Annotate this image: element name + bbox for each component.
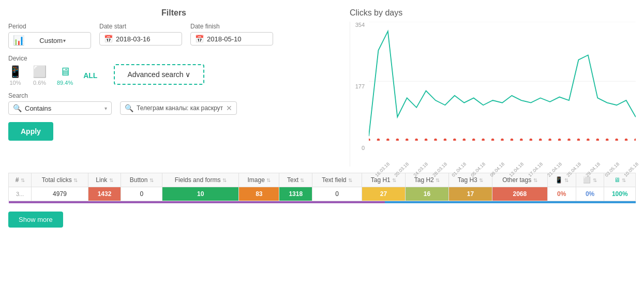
svg-point-11 — [444, 139, 447, 141]
calendar-finish-icon: 📅 — [195, 35, 204, 43]
search-icon: 🔍 — [13, 104, 22, 112]
svg-point-6 — [396, 139, 399, 141]
device-label: Device — [8, 55, 97, 62]
col-button[interactable]: Button ⇅ — [121, 173, 162, 187]
desktop-pct: 89.4% — [57, 80, 73, 86]
x-axis: 16.03.18 20.03.18 24.03.18 28.03.18 01.0… — [369, 151, 636, 167]
show-more-button[interactable]: Show more — [8, 212, 63, 228]
search-text-value: Телеграм каналы: как раскрут — [137, 104, 223, 112]
svg-point-19 — [520, 139, 523, 141]
svg-point-15 — [482, 139, 485, 141]
cell-num: 3... — [9, 187, 32, 201]
cell-text: 1318 — [279, 187, 312, 201]
col-image[interactable]: Image ⇅ — [239, 173, 279, 187]
col-text-field[interactable]: Text field ⇅ — [312, 173, 362, 187]
svg-point-25 — [577, 139, 580, 141]
cell-tag-h3: 17 — [448, 187, 492, 201]
chart-area: 354 177 0 — [350, 22, 636, 167]
svg-point-9 — [425, 139, 428, 141]
period-label: Period — [8, 23, 91, 30]
period-value: Custom — [39, 37, 63, 44]
progress-bar — [9, 201, 636, 203]
cell-text-field: 0 — [312, 187, 362, 201]
cell-image: 83 — [239, 187, 279, 201]
svg-point-30 — [625, 139, 628, 141]
cell-link: 1432 — [88, 187, 121, 201]
svg-point-29 — [615, 139, 618, 141]
y-label-min: 0 — [362, 145, 365, 151]
svg-point-22 — [548, 139, 551, 141]
tablet-icon: ⬜ — [33, 65, 47, 79]
filters-title: Filters — [8, 8, 339, 18]
col-fields-forms[interactable]: Fields and forms ⇅ — [162, 173, 239, 187]
svg-point-10 — [434, 139, 437, 141]
svg-point-7 — [406, 139, 409, 141]
svg-point-26 — [587, 139, 590, 141]
col-text[interactable]: Text ⇅ — [279, 173, 312, 187]
mobile-pct: 10% — [9, 80, 21, 86]
device-tablet[interactable]: ⬜ 0.6% — [33, 65, 47, 86]
cell-button: 0 — [121, 187, 162, 201]
table-section: # ⇅ Total clicks ⇅ Link ⇅ Button ⇅ Field… — [8, 173, 636, 228]
calendar-start-icon: 📅 — [104, 35, 113, 43]
date-start-input[interactable]: 📅 2018-03-16 — [99, 32, 182, 46]
mobile-icon: 📱 — [8, 65, 22, 79]
col-num[interactable]: # ⇅ — [9, 173, 32, 187]
date-finish-input[interactable]: 📅 2018-05-10 — [190, 32, 273, 46]
apply-button[interactable]: Apply — [8, 122, 53, 141]
col-total-clicks[interactable]: Total clicks ⇅ — [32, 173, 88, 187]
period-caret: ▾ — [63, 38, 86, 43]
svg-point-14 — [472, 139, 475, 141]
svg-point-23 — [558, 139, 561, 141]
cell-other-tags: 2068 — [492, 187, 547, 201]
tablet-pct: 0.6% — [33, 80, 46, 86]
search-type-value: Contains — [25, 104, 51, 112]
cell-total-clicks: 4979 — [32, 187, 88, 201]
search-type-select[interactable]: 🔍 Contains ▾ — [8, 101, 112, 115]
search-text-input[interactable]: 🔍 Телеграм каналы: как раскрут ✕ — [120, 101, 237, 115]
device-all[interactable]: ALL — [83, 71, 97, 80]
date-finish-value: 2018-05-10 — [207, 35, 242, 43]
clear-search-button[interactable]: ✕ — [226, 104, 232, 112]
col-other-tags[interactable]: Other tags ⇅ — [492, 173, 547, 187]
date-start-value: 2018-03-16 — [116, 35, 151, 43]
svg-point-4 — [377, 139, 380, 141]
col-tag-h2[interactable]: Tag H2 ⇅ — [405, 173, 448, 187]
svg-point-8 — [415, 139, 418, 141]
table-row: 3... 4979 1432 0 10 83 1318 0 27 16 17 2… — [9, 187, 636, 201]
svg-point-31 — [634, 139, 636, 141]
period-select[interactable]: 📊 Custom ▾ — [8, 32, 91, 49]
cell-fields-forms: 10 — [162, 187, 239, 201]
all-label: ALL — [83, 71, 97, 80]
chart-title: Clicks by days — [350, 8, 636, 18]
advanced-search-button[interactable]: Advanced search ∨ — [114, 64, 204, 85]
y-label-mid: 177 — [355, 83, 365, 89]
bar-purple — [9, 201, 385, 203]
svg-point-28 — [606, 139, 609, 141]
cell-tag-h1: 27 — [362, 187, 405, 201]
device-mobile[interactable]: 📱 10% — [8, 65, 22, 86]
svg-point-17 — [501, 139, 504, 141]
cell-mobile: 0% — [547, 187, 576, 201]
svg-point-24 — [567, 139, 571, 141]
cell-tag-h2: 16 — [405, 187, 448, 201]
svg-point-16 — [491, 139, 495, 141]
search-label: Search — [8, 92, 339, 99]
device-desktop[interactable]: 🖥 89.4% — [57, 65, 73, 86]
col-link[interactable]: Link ⇅ — [88, 173, 121, 187]
progress-row — [9, 201, 636, 204]
svg-point-12 — [453, 139, 456, 141]
date-start-label: Date start — [99, 23, 182, 30]
search-type-caret: ▾ — [104, 106, 107, 111]
data-table: # ⇅ Total clicks ⇅ Link ⇅ Button ⇅ Field… — [8, 173, 636, 203]
svg-point-20 — [530, 139, 533, 141]
cell-tablet: 0% — [576, 187, 604, 201]
y-label-max: 354 — [355, 22, 365, 28]
search-text-icon: 🔍 — [125, 104, 133, 112]
svg-point-21 — [539, 139, 542, 141]
svg-point-3 — [369, 139, 370, 141]
chart-svg — [369, 22, 636, 141]
svg-point-13 — [463, 139, 466, 141]
svg-point-5 — [386, 139, 390, 141]
desktop-icon: 🖥 — [59, 65, 71, 79]
